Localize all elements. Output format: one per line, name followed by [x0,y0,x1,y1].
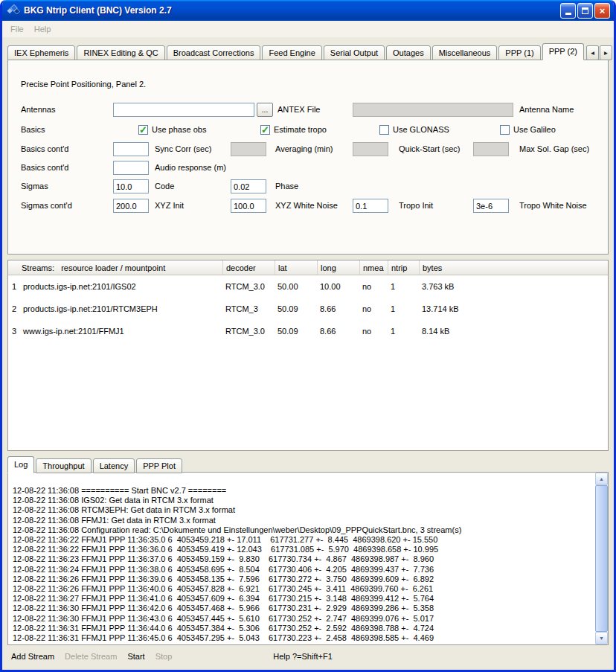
tab-iex-ephemeris[interactable]: IEX Ephemeris [7,45,75,60]
tab-ppp-1[interactable]: PPP (1) [498,45,540,60]
row-number: 2 [8,298,20,320]
tropo-white-noise-label: Tropo White Noise [519,199,587,213]
max-sol-gap-input [473,142,509,156]
scroll-up-button[interactable]: ▲ [595,473,608,485]
sigmas-label: Sigmas [21,179,48,193]
streams-table: Streams: resource loader / mountpoint de… [7,260,609,451]
antex-browse-button[interactable]: ... [257,103,273,117]
sigma-code-input[interactable] [113,179,149,193]
minimize-icon [565,13,571,15]
stream-mountpoint: products.igs-ip.net:2101/RTCM3EPH [20,298,222,320]
tab-ppp-2[interactable]: PPP (2) [542,43,584,60]
row-number: 1 [8,275,20,298]
xyz-init-input[interactable] [113,199,149,213]
max-sol-gap-label: Max Sol. Gap (sec) [519,142,589,156]
sync-corr-input[interactable] [113,142,149,156]
averaging-label: Averaging (min) [275,142,333,156]
use-phase-obs-label: Use phase obs [152,123,206,137]
arrow-left-icon: ◄ [590,50,596,57]
header-bytes: bytes [419,260,608,275]
stream-bytes: 3.763 kB [419,275,608,298]
stop-button[interactable]: Stop [155,652,173,661]
use-galileo-checkbox[interactable] [500,125,510,135]
scroll-down-button[interactable]: ▼ [595,632,608,644]
tab-scroll-left-button[interactable]: ◄ [586,45,599,60]
tab-scroll-right-button[interactable]: ► [600,45,612,60]
use-glonass-checkbox[interactable] [379,125,389,135]
tropo-init-input[interactable] [353,199,388,213]
menu-bar: File Help [2,21,614,37]
basics-contd-label: Basics cont'd [21,142,68,156]
stream-row[interactable]: 1 products.igs-ip.net:2101/IGS02 RTCM_3.… [8,275,608,298]
arrow-down-icon: ▼ [599,636,604,641]
antennas-input[interactable] [113,103,254,117]
tab-serial-output[interactable]: Serial Output [324,45,385,60]
basics-contd2-label: Basics cont'd [21,161,68,175]
window-controls: × [560,3,610,19]
title-bar[interactable]: BKG Ntrip Client (BNC) Version 2.7 × [2,0,614,21]
tab-throughput[interactable]: Throughput [36,458,91,473]
sigmas-contd-label: Sigmas cont'd [21,199,72,213]
use-phase-obs-checkbox[interactable]: ✓ [138,125,148,135]
stream-decoder: RTCM_3.0 [222,320,275,342]
tab-outages[interactable]: Outages [386,45,431,60]
sigma-phase-input[interactable] [231,179,266,193]
check-icon: ✓ [261,124,269,135]
stream-lat: 50.09 [275,320,317,342]
stream-row[interactable]: 2 products.igs-ip.net:2101/RTCM3EPH RTCM… [8,298,608,320]
app-window: BKG Ntrip Client (BNC) Version 2.7 × Fil… [0,0,616,672]
averaging-input [231,142,266,156]
maximize-button[interactable] [577,3,593,19]
sigma-code-label: Code [155,179,174,193]
close-icon: × [600,6,606,16]
check-icon: ✓ [139,124,147,135]
output-tab-bar: Log Throughput Latency PPP Plot [7,457,609,473]
tab-broadcast-corrections[interactable]: Broadcast Corrections [167,45,261,60]
header-lat: lat [275,260,317,275]
xyz-white-noise-input[interactable] [231,199,266,213]
use-glonass-label: Use GLONASS [393,123,449,137]
stream-lat: 50.00 [275,275,317,298]
quick-start-input [353,142,388,156]
antennas-label: Antennas [21,103,55,117]
ppp2-panel: Precise Point Positioning, Panel 2. Ante… [7,60,609,255]
header-long: long [317,260,359,275]
tab-miscellaneous[interactable]: Miscellaneous [432,45,498,60]
tropo-white-noise-input[interactable] [473,199,509,213]
audio-response-input[interactable] [113,161,149,175]
close-button[interactable]: × [594,3,610,19]
stream-row[interactable]: 3 www.igs-ip.net:2101/FFMJ1 RTCM_3.0 50.… [8,320,608,342]
tab-latency[interactable]: Latency [93,458,135,473]
arrow-up-icon: ▲ [599,476,604,481]
minimize-button[interactable] [560,3,576,19]
header-nmea: nmea [359,260,388,275]
xyz-init-label: XYZ Init [155,199,184,213]
status-bar: Add Stream Delete Stream Start Stop Help… [2,645,614,667]
antex-file-input [353,103,513,117]
start-button[interactable]: Start [127,652,144,661]
delete-stream-button[interactable]: Delete Stream [65,652,117,661]
tab-ppp-plot[interactable]: PPP Plot [136,458,182,473]
scrollbar-thumb[interactable] [595,485,608,632]
arrow-right-icon: ► [603,50,609,57]
antenna-name-label: Antenna Name [519,103,574,117]
stream-ntrip: 1 [388,298,419,320]
tab-log[interactable]: Log [7,456,34,473]
add-stream-button[interactable]: Add Stream [11,652,54,661]
menu-help[interactable]: Help [29,23,57,35]
estimate-tropo-label: Estimate tropo [274,123,327,137]
app-icon [7,4,20,16]
stream-mountpoint: products.igs-ip.net:2101/IGS02 [20,275,222,298]
header-decoder: decoder [222,260,275,275]
tab-rinex-editing-qc[interactable]: RINEX Editing & QC [77,45,164,60]
menu-file[interactable]: File [5,23,29,35]
quick-start-label: Quick-Start (sec) [399,142,461,156]
row-number: 3 [8,320,20,342]
scrollbar-track[interactable] [595,485,608,632]
estimate-tropo-checkbox[interactable]: ✓ [260,125,270,135]
header-ntrip: ntrip [388,260,419,275]
log-scrollbar[interactable]: ▲ ▼ [595,473,608,644]
tab-feed-engine[interactable]: Feed Engine [262,45,321,60]
maximize-icon [582,7,588,14]
stream-bytes: 8.14 kB [419,320,608,342]
